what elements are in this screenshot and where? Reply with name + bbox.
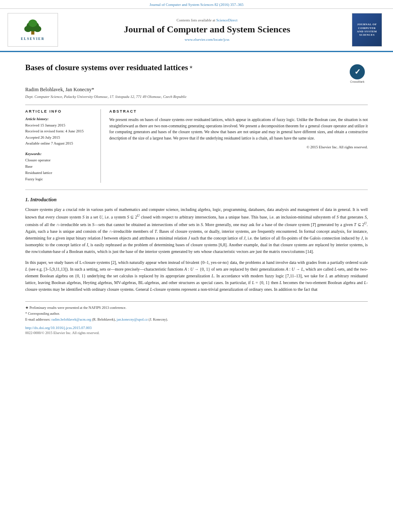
email-1-link[interactable]: radim.belohlavek@acm.org [51, 317, 91, 321]
article-title-with-star: Bases of closure systems over residuated… [25, 63, 193, 72]
journal-header: ELSEVIER Contents lists available at Sci… [0, 9, 393, 52]
journal-title: Journal of Computer and System Sciences [66, 24, 348, 35]
keywords-section: Keywords: Closure operator Base Residuat… [25, 152, 95, 183]
affiliation-line: Dept. Computer Science, Palacky Universi… [25, 95, 368, 99]
received-date: Received 15 January 2015 [25, 122, 95, 128]
section-1-title: 1. Introduction [25, 197, 368, 203]
footnote-area: ★ Preliminary results were presented at … [25, 301, 368, 322]
keyword-2: Base [25, 163, 95, 170]
available-date: Available online 7 August 2015 [25, 140, 95, 146]
keywords-label: Keywords: [25, 152, 95, 156]
journal-title-area: Contents lists available at ScienceDirec… [62, 18, 352, 42]
science-direct-link[interactable]: ScienceDirect [216, 18, 237, 22]
email-label: E-mail addresses: [25, 317, 50, 321]
journal-cover-image: JOURNAL OFCOMPUTERAND SYSTEMSCIENCES [352, 13, 382, 47]
abstract-heading: Abstract [109, 109, 368, 113]
keyword-1: Closure operator [25, 157, 95, 163]
journal-citation-text: Journal of Computer and System Sciences … [150, 3, 243, 7]
elsevier-label: ELSEVIER [21, 37, 45, 41]
crossmark-icon: ✓ [350, 64, 365, 79]
svg-point-3 [34, 26, 41, 32]
crossmark-label: CrossMark [350, 80, 364, 83]
main-content-area: Bases of closure systems over residuated… [0, 52, 393, 342]
doi-anchor[interactable]: http://dx.doi.org/10.1016/j.jcss.2015.07… [25, 326, 92, 330]
abstract-text: We present results on bases of closure s… [109, 117, 368, 142]
article-history-label: Article history: [25, 117, 95, 121]
contents-available-line: Contents lists available at ScienceDirec… [66, 18, 348, 22]
article-info-heading: Article Info [25, 109, 95, 113]
email-2-link[interactable]: jan.konecny@upol.cz [117, 317, 148, 321]
article-title: Bases of closure systems over residuated… [25, 63, 188, 72]
article-title-section: Bases of closure systems over residuated… [25, 63, 368, 84]
keyword-4: Fuzzy logic [25, 176, 95, 182]
elsevier-tree-icon [20, 19, 45, 36]
cover-title-text: JOURNAL OFCOMPUTERAND SYSTEMSCIENCES [357, 23, 377, 37]
footnote-star: ★ Preliminary results were presented at … [25, 305, 368, 311]
keyword-3: Residuated lattice [25, 170, 95, 176]
journal-citation-bar: Journal of Computer and System Sciences … [0, 0, 393, 9]
footnote-asterisk: * Corresponding author. [25, 311, 368, 317]
authors-line: Radim Belohlavek, Jan Konecny* [25, 87, 368, 93]
article-info-column: Article Info Article history: Received 1… [25, 109, 101, 183]
email-1-name: (R. Belohlavek), [92, 317, 116, 321]
section-divider [25, 190, 368, 190]
email-2-name: (J. Konecny). [149, 317, 168, 321]
journal-cover-area: JOURNAL OFCOMPUTERAND SYSTEMSCIENCES [352, 13, 385, 47]
section-1-paragraph-1: Closure systems play a crucial role in v… [25, 206, 368, 255]
svg-point-4 [29, 19, 37, 27]
footnote-emails: E-mail addresses: radim.belohlavek@acm.o… [25, 317, 368, 323]
received-revised-date: Received in revised form: 4 June 2015 [25, 128, 95, 134]
journal-url-link[interactable]: www.elsevier.com/locate/jcss [66, 37, 348, 42]
elsevier-logo-area: ELSEVIER [8, 13, 62, 47]
title-star-icon: ★ [189, 65, 193, 69]
info-abstract-section: Article Info Article history: Received 1… [25, 105, 368, 183]
section-1-paragraph-2: In this paper, we study bases of L-closu… [25, 259, 368, 293]
doi-link[interactable]: http://dx.doi.org/10.1016/j.jcss.2015.07… [25, 326, 368, 330]
svg-point-2 [24, 26, 32, 32]
elsevier-logo-box: ELSEVIER [8, 13, 58, 47]
copyright-line: © 2015 Elsevier Inc. All rights reserved… [109, 145, 368, 149]
abstract-column: Abstract We present results on bases of … [109, 109, 368, 183]
elsevier-logo: ELSEVIER [20, 19, 45, 41]
accepted-date: Accepted 26 July 2015 [25, 134, 95, 140]
issn-line: 0022-0000/© 2015 Elsevier Inc. All right… [25, 331, 368, 335]
crossmark-badge: ✓ CrossMark [347, 63, 368, 84]
